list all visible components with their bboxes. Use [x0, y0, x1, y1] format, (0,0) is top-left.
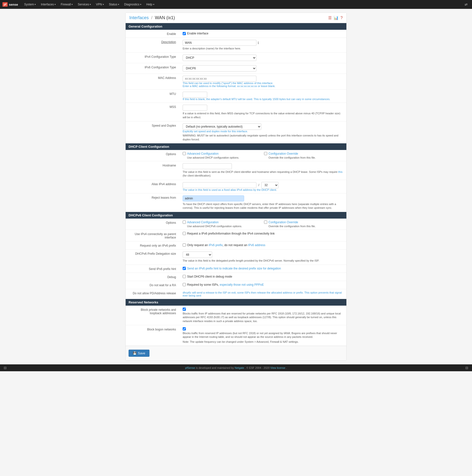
footer-left-icon[interactable]: ⊟ — [4, 366, 7, 370]
speed-duplex-select[interactable]: Default (no preference, typically autose… — [183, 123, 261, 130]
navbar: pf sense System ▾ Interfaces ▾ Firewall … — [0, 0, 472, 9]
chevron-down-icon: ▾ — [153, 3, 154, 6]
nav-interfaces[interactable]: Interfaces ▾ — [38, 1, 58, 8]
alias-ipv4-input[interactable] — [183, 182, 256, 188]
dhcp6-override-checkbox[interactable] — [264, 221, 267, 224]
enable-checkbox[interactable] — [183, 32, 186, 35]
request-ipv6-prefix-checkbox[interactable] — [183, 243, 186, 247]
mac-field: This field can be used to modify ("spoof… — [180, 74, 346, 90]
help-circle-icon[interactable]: ? — [340, 16, 343, 20]
dhcp-options-field: Advanced Configuration Use advanced DHCP… — [180, 150, 346, 161]
block-private-help: Blocks traffic from IP addresses that ar… — [183, 312, 343, 323]
dhcp6-advanced-desc: Use advanced DHCPv6 configuration option… — [187, 225, 262, 228]
mss-field: If a value is entered in this field, the… — [180, 103, 346, 121]
use-ipv4-parent-check-label: Request a IPv6 prefix/information throug… — [187, 232, 275, 235]
prefix-delegation-row: DHCPv6 Prefix Delegation size 48 56 60 6… — [126, 249, 346, 265]
use-ipv4-parent-field: Request a IPv6 prefix/information throug… — [180, 230, 346, 241]
footer-right-icon[interactable]: ⊟ — [465, 366, 468, 370]
no-wait-ra-label: Do not wait for a RA — [126, 281, 180, 289]
footer-license-link[interactable]: View license — [270, 366, 286, 369]
hostname-row: Hostname The value in this field is sent… — [126, 161, 346, 180]
no-wait-ra-checkbox[interactable] — [183, 283, 186, 286]
nav-firewall[interactable]: Firewall ▾ — [58, 1, 75, 8]
mss-input[interactable] — [183, 105, 207, 111]
list-icon[interactable]: ☰ — [328, 16, 332, 20]
mac-input[interactable] — [183, 76, 256, 82]
chevron-down-icon: ▾ — [90, 3, 91, 6]
enable-label: Enable — [126, 30, 180, 38]
chevron-down-icon: ▾ — [140, 3, 141, 6]
debug-check-label: Start DHCP6 client in debug mode — [187, 275, 232, 278]
mtu-help: If this field is blank, the adapter's de… — [183, 98, 343, 101]
mac-help1: This field can be used to modify ("spoof… — [183, 82, 343, 85]
general-config-header: General Configuration — [126, 23, 346, 30]
nav-status[interactable]: Status ▾ — [106, 1, 122, 8]
block-bogons-label: Block bogon networks — [126, 325, 180, 346]
nav-help[interactable]: Help ▾ — [144, 1, 157, 8]
no-wait-ra-field: Required by some ISPs, especially those … — [180, 281, 346, 289]
no-pd-release-label: Do not allow PD/Address release — [126, 289, 180, 299]
nav-vpn[interactable]: VPN ▾ — [93, 1, 106, 8]
advanced-config-checkbox[interactable] — [183, 152, 186, 155]
footer-middle: is developed and maintained by — [196, 366, 235, 369]
ipv4-type-select[interactable]: DHCP None Static IPv4 PPPoE — [183, 55, 256, 61]
prefix-hint-checkbox[interactable] — [183, 267, 186, 270]
dhcp-options-label: Options — [126, 150, 180, 161]
dhcp6-advanced-checkbox[interactable] — [183, 221, 186, 224]
chevron-down-icon: ▾ — [118, 3, 119, 6]
mac-label: MAC Address — [126, 74, 180, 90]
advanced-config-option: Advanced Configuration Use advanced DHCP… — [183, 152, 262, 159]
mac-row: MAC Address This field can be used to mo… — [126, 74, 346, 90]
nav-services[interactable]: Services ▾ — [75, 1, 93, 8]
dhcp6-advanced-label: Advanced Configuration — [187, 221, 219, 224]
alias-ipv4-help: The value in this field is used as a fix… — [183, 188, 343, 191]
speed-help2: WARNING: MUST be set to autoselect (auto… — [183, 134, 343, 141]
breadcrumb-parent[interactable]: Interfaces — [129, 15, 149, 20]
hostname-input[interactable] — [183, 163, 232, 169]
nav-system[interactable]: System ▾ — [22, 1, 38, 8]
block-private-label: Block private networks and loopback addr… — [126, 306, 180, 325]
chart-icon[interactable]: 📊 — [334, 16, 338, 20]
ipv4-type-row: IPv4 Configuration Type DHCP None Static… — [126, 53, 346, 63]
chevron-down-icon: ▾ — [35, 3, 36, 6]
prefix-delegation-select[interactable]: 48 56 60 64 — [183, 252, 212, 258]
dhcp6-override-desc: Override the configuration from this fil… — [269, 225, 343, 228]
breadcrumb: Interfaces / WAN (ix1) — [129, 15, 175, 20]
dhcp-options-row: Options Advanced Configuration Use advan… — [126, 150, 346, 161]
reject-leases-input[interactable] — [183, 195, 244, 201]
mtu-row: MTU If this field is blank, the adapter'… — [126, 90, 346, 103]
dhcp6-options-label: Options — [126, 219, 180, 230]
mss-row: MSS If a value is entered in this field,… — [126, 103, 346, 121]
prefix-hint-check-label: Send an IPv6 prefix hint to indicate the… — [187, 267, 281, 270]
debug-label: Debug — [126, 273, 180, 281]
config-override-checkbox[interactable] — [264, 152, 267, 155]
save-button[interactable]: 💾 Save — [129, 350, 150, 357]
enable-checkbox-label: Enable interface — [187, 32, 208, 35]
ipv6-type-select[interactable]: DHCP6 None Static IPv6 SLAAC — [183, 65, 256, 71]
mtu-label: MTU — [126, 90, 180, 103]
hostname-field: The value in this field is sent as the D… — [180, 161, 346, 180]
nav-diagnostics[interactable]: Diagnostics ▾ — [122, 1, 144, 8]
request-ipv6-prefix-label: Request only an IPv6 prefix — [126, 241, 180, 249]
user-icon[interactable]: ⇄ — [463, 1, 470, 7]
info-icon[interactable]: ℹ — [258, 41, 259, 45]
debug-field: Start DHCP6 client in debug mode — [180, 273, 346, 281]
block-private-field: Blocks traffic from IP addresses that ar… — [180, 306, 346, 325]
description-help: Enter a description (name) for the inter… — [183, 47, 343, 51]
dhcp6-override-label: Configuration Override — [269, 221, 298, 224]
page-header: Interfaces / WAN (ix1) ☰ 📊 ? — [126, 13, 346, 23]
slash-separator: / — [258, 183, 259, 187]
block-private-checkbox[interactable] — [183, 307, 186, 311]
footer-center: pfSense is developed and maintained by N… — [7, 366, 465, 369]
use-ipv4-parent-checkbox[interactable] — [183, 232, 186, 235]
debug-checkbox[interactable] — [183, 275, 186, 278]
cidr-select[interactable]: 32 31 30 24 — [261, 182, 279, 188]
block-bogons-checkbox[interactable] — [183, 327, 186, 330]
alias-ipv4-label: Alias IPv4 address — [126, 180, 180, 193]
brand[interactable]: pf sense — [2, 2, 18, 7]
description-input[interactable] — [183, 40, 256, 46]
config-override-label: Configuration Override — [269, 152, 298, 155]
footer-netgate-link[interactable]: Netgate — [235, 366, 244, 369]
mtu-input[interactable] — [183, 92, 207, 98]
debug-row: Debug Start DHCP6 client in debug mode — [126, 273, 346, 281]
